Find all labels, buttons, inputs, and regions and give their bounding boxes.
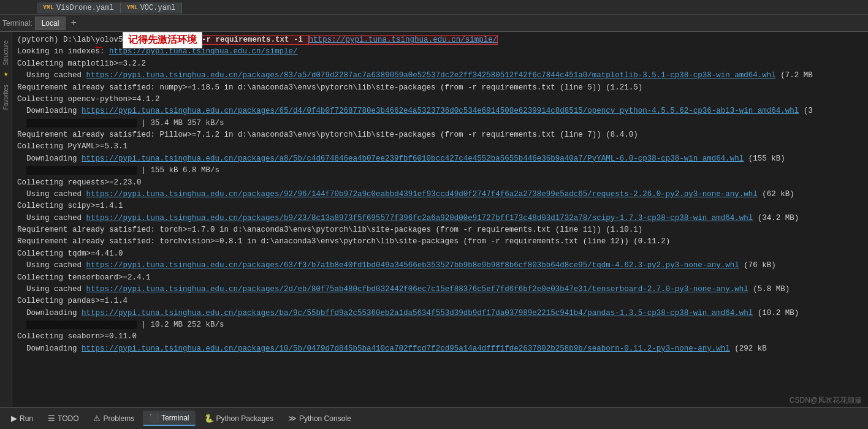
toolbar-btn-run[interactable]: ▶Run xyxy=(5,411,39,425)
file-tabs: YML VisDrone.yaml YML VOC.yaml xyxy=(0,0,868,15)
terminal-line: Requirement already satisfied: torch>=1.… xyxy=(17,224,863,236)
watermark: CSDN@风吹花花颠簸 xyxy=(790,395,862,406)
terminal-line: Collecting opencv-python>=4.1.2 xyxy=(17,94,863,105)
problems-label: Problems xyxy=(103,414,134,423)
terminal-line: Collecting PyYAML>=5.3.1 xyxy=(17,141,863,153)
toolbar-btn-todo[interactable]: ☰TODO xyxy=(42,411,85,425)
toolbar-btn-terminal[interactable]: ⬛Terminal xyxy=(143,411,195,426)
yaml-icon: YML xyxy=(43,4,54,11)
terminal-line: Collecting requests>=2.23.0 xyxy=(17,177,863,189)
file-tab-visdrone[interactable]: YML VisDrone.yaml xyxy=(37,2,121,13)
file-tab-label: VisDrone.yaml xyxy=(56,4,114,12)
terminal-line: █████████████████████████ | 10.2 MB 252 … xyxy=(17,319,863,331)
todo-icon: ☰ xyxy=(48,414,55,423)
terminal-line: █████████████████████████ | 155 kB 6.8 M… xyxy=(17,165,863,177)
annotation-text: 记得先激活环境 xyxy=(123,32,202,48)
add-terminal-tab-button[interactable]: + xyxy=(67,18,80,29)
terminal-line: Downloading https://pypi.tuna.tsinghua.e… xyxy=(17,153,863,165)
file-tab-voc[interactable]: YML VOC.yaml xyxy=(121,2,183,13)
yaml-icon-2: YML xyxy=(127,4,138,11)
favorites-label[interactable]: Favorites xyxy=(2,85,9,110)
terminal-line: Using cached https://pypi.tuna.tsinghua.… xyxy=(17,70,863,82)
annotation-arrow: ← xyxy=(95,40,102,55)
terminal-line: Using cached https://pypi.tuna.tsinghua.… xyxy=(17,189,863,200)
python-packages-label: Python Packages xyxy=(216,414,273,423)
terminal-line: Collecting seaborn>=0.11.0 xyxy=(17,331,863,343)
bottom-toolbar: ▶Run☰TODO⚠Problems⬛Terminal🐍Python Packa… xyxy=(0,407,868,429)
terminal-line: Downloading https://pypi.tuna.tsinghua.e… xyxy=(17,105,863,117)
run-label: Run xyxy=(20,414,33,423)
terminal-label: Terminal: xyxy=(2,19,32,28)
python-console-icon: ≫ xyxy=(288,414,297,423)
terminal-icon: ⬛ xyxy=(149,413,159,422)
terminal-line: Collecting scipy>=1.4.1 xyxy=(17,200,863,212)
terminal-line: Collecting tqdm>=4.41.0 xyxy=(17,248,863,260)
terminal-line: Collecting tensorboard>=2.4.1 xyxy=(17,272,863,284)
terminal-line: █████████████████████████ | 35.4 MB 357 … xyxy=(17,118,863,129)
python-console-label: Python Console xyxy=(299,414,351,423)
python-packages-icon: 🐍 xyxy=(204,414,214,423)
terminal-line: Using cached https://pypi.tuna.tsinghua.… xyxy=(17,260,863,271)
terminal-line: Using cached https://pypi.tuna.tsinghua.… xyxy=(17,284,863,295)
terminal-line: Collecting pandas>=1.1.4 xyxy=(17,295,863,307)
terminal-line: Downloading https://pypi.tuna.tsinghua.e… xyxy=(17,308,863,319)
todo-label: TODO xyxy=(58,414,78,423)
terminal-line: Using cached https://pypi.tuna.tsinghua.… xyxy=(17,213,863,224)
toolbar-btn-python-console[interactable]: ≫Python Console xyxy=(282,411,357,425)
terminal-line: Requirement already satisfied: numpy>=1.… xyxy=(17,82,863,94)
toolbar-btn-python-packages[interactable]: 🐍Python Packages xyxy=(198,411,280,425)
terminal-line: Downloading https://pypi.tuna.tsinghua.e… xyxy=(17,343,863,355)
toolbar-btn-problems[interactable]: ⚠Problems xyxy=(87,411,140,425)
terminal-tab-local[interactable]: Local xyxy=(35,17,66,30)
terminal-line: Requirement already satisfied: Pillow>=7… xyxy=(17,129,863,141)
structure-label[interactable]: Structure xyxy=(2,40,9,66)
terminal-label: Terminal xyxy=(161,414,189,422)
terminal-line: Collecting matplotlib>=3.2.2 xyxy=(17,58,863,70)
left-sidebar: Structure ★ Favorites xyxy=(0,32,12,407)
run-icon: ▶ xyxy=(11,414,17,423)
file-tab-label-2: VOC.yaml xyxy=(140,4,176,12)
terminal-tab-label: Local xyxy=(42,19,59,28)
terminal-output[interactable]: (pytorch) D:\lab\yolov5-6.0>pip install … xyxy=(12,32,868,407)
problems-icon: ⚠ xyxy=(93,414,101,423)
favorites-star: ★ xyxy=(4,69,8,78)
terminal-line: Requirement already satisfied: torchvisi… xyxy=(17,236,863,248)
terminal-tabbar: Terminal: Local + xyxy=(0,15,868,32)
